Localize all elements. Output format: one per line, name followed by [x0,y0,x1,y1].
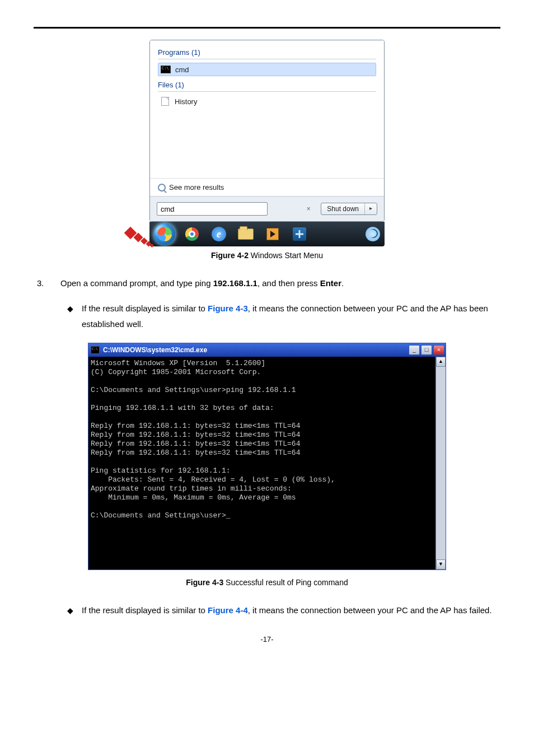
caption-bold: Figure 4-2 [211,251,249,260]
ip-bold: 192.168.1.1 [213,278,257,288]
caption-bold: Figure 4-3 [186,578,223,587]
start-item-cmd[interactable]: cmd [158,63,376,76]
step-text: Open a command prompt, and type ping [60,278,213,288]
step-3: 3. Open a command prompt, and type ping … [34,276,500,292]
media-player-icon[interactable] [263,226,283,242]
scroll-track[interactable] [436,367,446,559]
start-orb-icon[interactable] [154,223,175,245]
figure-link[interactable]: Figure 4-3 [208,304,248,313]
start-item-history[interactable]: History [158,95,376,108]
start-item-label: cmd [175,66,189,74]
enter-bold: Enter [320,278,341,288]
start-files-header: Files (1) [158,81,376,89]
bullet-text: If the result displayed is similar to [82,605,208,615]
wifi-icon[interactable] [366,227,380,241]
caption-text: Successful result of Ping command [223,578,348,587]
figure-4-3: C:\WINDOWS\system32\cmd.exe _ □ × Micros… [88,343,446,570]
figure-4-2: Programs (1) cmd Files (1) History See m… [149,40,385,246]
bullet-1: ◆ If the result displayed is similar to … [34,301,500,333]
see-more-label: See more results [169,183,224,192]
page-number: -17- [34,635,500,643]
terminal-icon [91,346,100,354]
step-text: . [341,278,344,288]
diamond-bullet-icon: ◆ [67,603,74,619]
step-number: 3. [34,276,50,292]
clear-search-icon[interactable]: × [304,204,313,213]
cmd-window-title: C:\WINDOWS\system32\cmd.exe [103,346,407,354]
shutdown-button[interactable]: Shut down ▸ [321,203,377,215]
step-text: , and then press [257,278,320,288]
start-programs-header: Programs (1) [158,48,376,57]
cmd-output: Microsoft Windows XP [Version 5.1.2600] … [88,357,435,570]
scroll-down-icon[interactable]: ▼ [436,559,446,570]
terminal-icon [161,65,171,74]
ie-icon[interactable] [209,226,229,242]
chrome-icon[interactable] [182,226,202,242]
search-icon [158,184,166,192]
bullet-2: ◆ If the result displayed is similar to … [34,603,500,619]
maximize-button[interactable]: □ [421,345,432,355]
figure-4-3-caption: Figure 4-3 Successful result of Ping com… [34,578,500,587]
taskbar [149,222,385,246]
figure-4-2-caption: Figure 4-2 Windows Start Menu [34,251,500,260]
pinned-app-icon[interactable] [289,226,310,242]
start-search-input[interactable] [157,202,268,216]
close-button[interactable]: × [433,345,444,355]
cmd-titlebar[interactable]: C:\WINDOWS\system32\cmd.exe _ □ × [88,343,446,357]
start-item-label: History [175,97,197,106]
divider [158,59,376,59]
explorer-icon[interactable] [236,226,256,242]
figure-link[interactable]: Figure 4-4 [208,605,248,615]
top-rule [34,27,500,29]
see-more-results[interactable]: See more results [150,178,384,196]
bullet-text: , it means the connection between your P… [248,605,492,615]
start-menu: Programs (1) cmd Files (1) History See m… [149,40,385,222]
file-icon [160,97,170,106]
shutdown-arrow-icon[interactable]: ▸ [364,203,377,214]
diamond-bullet-icon: ◆ [67,301,74,333]
scroll-up-icon[interactable]: ▲ [436,357,446,367]
bullet-text: If the result displayed is similar to [82,304,208,313]
shutdown-label: Shut down [321,203,364,214]
caption-text: Windows Start Menu [249,251,323,260]
scrollbar[interactable]: ▲ ▼ [435,357,446,570]
divider [158,91,376,92]
minimize-button[interactable]: _ [409,345,420,355]
